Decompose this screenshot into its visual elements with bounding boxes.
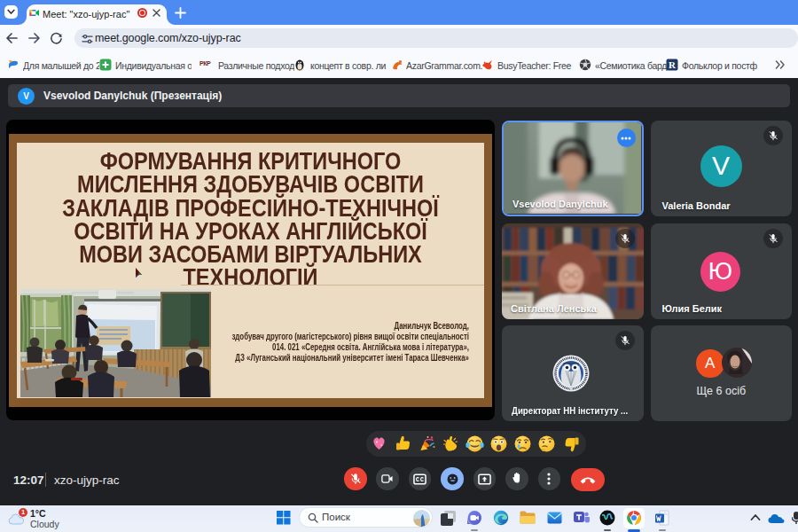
svg-text:R: R	[669, 59, 677, 70]
